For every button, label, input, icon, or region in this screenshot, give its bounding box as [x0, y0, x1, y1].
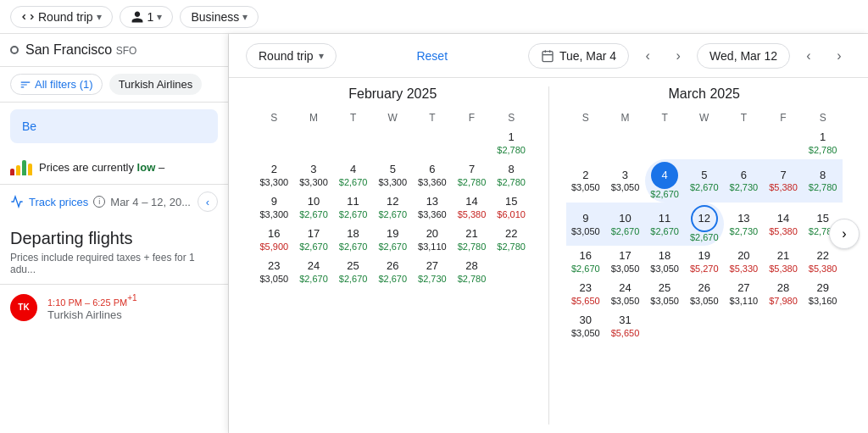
calendar-day[interactable]: 4$2,670	[333, 159, 373, 192]
day-price: $3,360	[418, 209, 447, 220]
calendar-day[interactable]: 11$2,670	[645, 203, 685, 246]
calendar-day[interactable]: 13$2,730	[724, 203, 764, 246]
calendar-day[interactable]: 22$2,780	[492, 224, 531, 256]
depart-date-pill[interactable]: Tue, Mar 4	[528, 43, 629, 69]
calendar-day[interactable]: 3$3,050	[605, 159, 645, 203]
calendar-day[interactable]: 6$2,730	[724, 159, 764, 203]
collapse-button[interactable]: ‹	[198, 192, 218, 212]
day-price: $2,730	[730, 182, 759, 193]
trip-type-chevron: ▾	[97, 11, 102, 23]
reset-button[interactable]: Reset	[416, 49, 448, 63]
calendar-day[interactable]: 28$7,980	[764, 278, 804, 310]
return-next-button[interactable]: ›	[827, 44, 851, 68]
calendar-day[interactable]: 10$2,670	[294, 192, 334, 224]
origin-code: SFO	[116, 45, 137, 57]
calendar-day[interactable]: 19$5,270	[684, 246, 724, 278]
february-calendar: February 2025 SMTWTFS1$2,7802$3,3003$3,3…	[237, 78, 548, 433]
calendar-day	[645, 310, 685, 342]
calendar-day[interactable]: 7$5,380	[764, 159, 804, 203]
price-notice-text: Prices are currently low –	[39, 161, 164, 174]
calendar-day[interactable]: 1$2,780	[803, 127, 843, 159]
calendar-day[interactable]: 7$2,780	[452, 159, 492, 192]
calendar-day[interactable]: 12$2,670	[373, 192, 413, 224]
cabin-chevron: ▾	[242, 11, 248, 23]
calendar-day[interactable]: 30$3,050	[566, 310, 606, 342]
calendar-day[interactable]: 31$5,650	[605, 310, 645, 342]
calendar-day[interactable]: 12$2,670	[684, 203, 724, 246]
bar-mid	[16, 165, 20, 175]
calendar-day[interactable]: 25$2,670	[333, 256, 373, 288]
trip-type-button[interactable]: Round trip ▾	[10, 6, 113, 28]
cabin-button[interactable]: Business ▾	[180, 6, 259, 28]
calendar-day[interactable]: 13$3,360	[413, 192, 453, 224]
calendar-day[interactable]: 15$6,010	[492, 192, 531, 224]
calendar-day[interactable]: 18$3,050	[645, 246, 685, 278]
calendar-day[interactable]: 1$2,780	[492, 127, 531, 159]
depart-next-button[interactable]: ›	[666, 44, 690, 68]
calendar-day[interactable]: 16$2,670	[566, 246, 606, 278]
calendar-day[interactable]: 18$2,670	[333, 224, 373, 256]
day-price: $3,050	[650, 264, 679, 275]
calendar-header: Round trip ▾ Reset Tue, Mar 4 ‹ › Wed, M…	[229, 34, 868, 78]
calendar-day[interactable]: 8$2,780	[492, 159, 531, 192]
calendar-day[interactable]: 9$3,050	[566, 203, 606, 246]
day-price: $2,670	[690, 182, 719, 193]
calendar-day[interactable]: 29$3,160	[803, 278, 843, 310]
calendar-day[interactable]: 27$3,110	[724, 278, 764, 310]
passengers-button[interactable]: 1 ▾	[120, 6, 174, 28]
calendar-day[interactable]: 14$5,380	[764, 203, 804, 246]
calendar-day[interactable]: 2$3,050	[566, 159, 606, 203]
calendar-day[interactable]: 17$2,670	[294, 224, 334, 256]
calendar-day[interactable]: 26$3,050	[684, 278, 724, 310]
calendar-day[interactable]: 25$3,050	[645, 278, 685, 310]
calendar-day[interactable]: 24$3,050	[605, 278, 645, 310]
day-price: $2,780	[458, 241, 487, 253]
calendar-day[interactable]: 8$2,780	[803, 159, 843, 203]
calendar-day[interactable]: 5$3,300	[373, 159, 413, 192]
calendar-day[interactable]: 9$3,300	[254, 192, 294, 224]
all-filters-chip[interactable]: All filters (1)	[10, 74, 103, 95]
flight-info: 1:10 PM – 6:25 PM+1 Turkish Airlines	[47, 293, 137, 321]
track-prices-row[interactable]: Track prices i Mar 4 – 12, 20... ‹	[0, 184, 228, 219]
calendar-day[interactable]: 10$2,670	[605, 203, 645, 246]
calendar-day[interactable]: 22$5,380	[803, 246, 843, 278]
day-price: $5,270	[690, 264, 719, 275]
day-price: $2,730	[730, 226, 759, 237]
calendar-day[interactable]: 5$2,670	[684, 159, 724, 203]
calendar-day[interactable]: 27$2,730	[413, 256, 453, 288]
calendar-day[interactable]: 6$3,360	[413, 159, 453, 192]
calendar-day[interactable]: 28$2,780	[452, 256, 492, 288]
airline-filter-chip[interactable]: Turkish Airlines	[109, 74, 203, 95]
calendar-day[interactable]: 24$2,670	[294, 256, 334, 288]
day-price: $2,780	[497, 241, 526, 253]
calendar-day[interactable]: 23$5,650	[566, 278, 606, 310]
calendar-day[interactable]: 17$3,050	[605, 246, 645, 278]
calendar-day[interactable]: 14$5,380	[452, 192, 492, 224]
day-price: $5,380	[809, 264, 837, 275]
depart-prev-button[interactable]: ‹	[636, 44, 659, 68]
flight-card[interactable]: TK 1:10 PM – 6:25 PM+1 Turkish Airlines	[0, 284, 228, 330]
flight-times: 1:10 PM – 6:25 PM+1	[47, 293, 137, 308]
calendar-day[interactable]: 2$3,300	[254, 159, 294, 192]
cabin-label: Business	[191, 10, 239, 24]
calendar-day[interactable]: 4$2,670	[645, 159, 685, 203]
return-date-pill[interactable]: Wed, Mar 12	[697, 43, 790, 69]
calendar-day[interactable]: 3$3,300	[294, 159, 334, 192]
calendar-day	[333, 127, 373, 159]
calendar-day[interactable]: 20$5,330	[724, 246, 764, 278]
next-month-button[interactable]: ›	[829, 219, 860, 249]
calendar-day[interactable]: 11$2,670	[333, 192, 373, 224]
calendar-day[interactable]: 26$2,670	[373, 256, 413, 288]
calendar-day[interactable]: 20$3,110	[413, 224, 453, 256]
calendar-day[interactable]: 21$5,380	[764, 246, 804, 278]
calendar-day[interactable]: 16$5,900	[254, 224, 294, 256]
all-filters-label: All filters (1)	[35, 78, 93, 91]
calendar-day[interactable]: 19$2,670	[373, 224, 413, 256]
day-price: $3,160	[809, 296, 837, 307]
return-prev-button[interactable]: ‹	[797, 44, 821, 68]
calendar-day[interactable]: 23$3,050	[254, 256, 294, 288]
roundtrip-select[interactable]: Round trip ▾	[246, 43, 337, 69]
day-price: $3,050	[650, 296, 679, 307]
calendar-day[interactable]: 21$2,780	[452, 224, 492, 256]
day-of-week: W	[684, 108, 724, 127]
